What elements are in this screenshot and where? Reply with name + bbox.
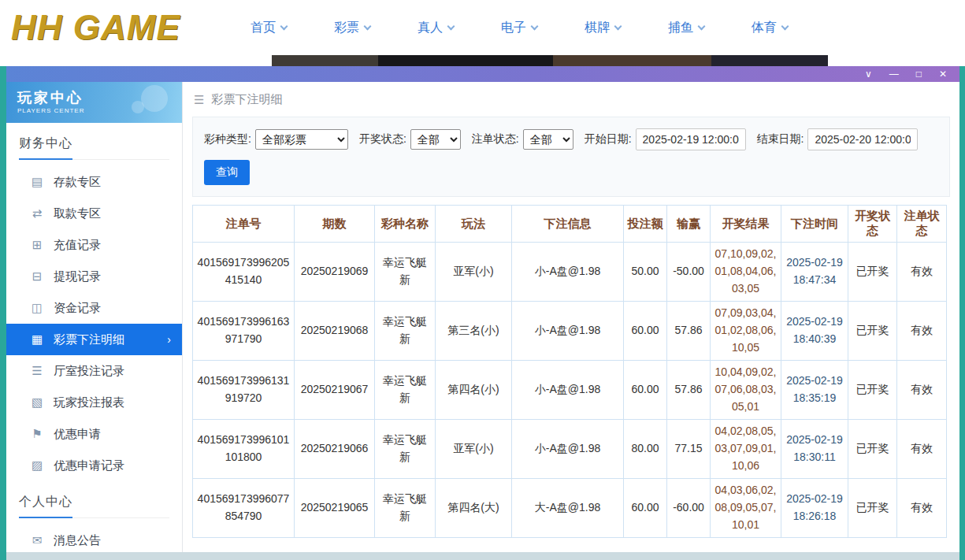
banner-fragment xyxy=(272,55,378,66)
sidebar-item-deposit[interactable]: ▤存款专区 xyxy=(6,166,182,198)
chevron-down-icon xyxy=(781,22,789,30)
chevron-right-icon: › xyxy=(167,333,171,346)
window-minimize-icon[interactable]: — xyxy=(889,69,899,79)
nav-item-fishing[interactable]: 捕鱼 xyxy=(668,20,704,36)
page-title: 彩票下注明细 xyxy=(211,92,282,107)
chevron-down-icon xyxy=(614,22,622,30)
draw-status-select[interactable]: 全部 xyxy=(410,129,461,150)
cell-period: 20250219067 xyxy=(295,361,375,420)
cell-order-id: 401569173996163971790 xyxy=(193,302,295,361)
search-button[interactable]: 查询 xyxy=(204,160,250,185)
header-draw-status: 开奖状态 xyxy=(848,206,897,243)
sidebar-item-label: 优惠申请 xyxy=(54,427,101,442)
sidebar-item-label: 玩家投注报表 xyxy=(54,395,124,410)
cell-draw-result: 04,02,08,05,03,07,09,01,10,06 xyxy=(711,420,781,479)
bet-detail-table: 注单号 期数 彩种名称 玩法 下注信息 投注额 输赢 开奖结果 下注时间 开奖状… xyxy=(192,205,947,538)
site-logo[interactable]: HH GAME xyxy=(0,8,251,47)
cell-bet-time: 2025-02-19 18:30:11 xyxy=(781,420,848,479)
cell-bet-amount: 80.00 xyxy=(624,420,667,479)
cell-order-status: 有效 xyxy=(897,479,947,538)
end-date-input[interactable] xyxy=(807,128,918,150)
cell-bet-info: 小-A盘@1.98 xyxy=(512,243,624,302)
cell-play-type: 第四名(小) xyxy=(436,361,512,420)
cell-play-type: 第四名(大) xyxy=(436,479,512,538)
sidebar-item-promo-apply-record[interactable]: ▨优惠申请记录 xyxy=(6,450,182,481)
player-bet-report-icon: ▧ xyxy=(30,395,44,410)
banner-fragment xyxy=(378,55,553,66)
cell-bet-amount: 60.00 xyxy=(624,361,667,420)
start-date-input[interactable] xyxy=(636,128,746,150)
cell-lottery-name: 幸运飞艇新 xyxy=(375,302,436,361)
section-finance-center: 财务中心 xyxy=(19,135,169,160)
header-draw-result: 开奖结果 xyxy=(711,206,781,243)
chevron-down-icon xyxy=(531,22,539,30)
menu-toggle-icon[interactable]: ☰ xyxy=(194,93,204,107)
sidebar-item-hall-bet-record[interactable]: ☰厅室投注记录 xyxy=(6,355,182,387)
cell-period: 20250219066 xyxy=(295,420,375,479)
header-bet-info: 下注信息 xyxy=(512,206,624,243)
cell-bet-amount: 50.00 xyxy=(624,243,667,302)
lottery-bet-detail-icon: ▦ xyxy=(30,332,44,347)
nav-item-slots[interactable]: 电子 xyxy=(501,20,537,36)
cell-draw-status: 已开奖 xyxy=(848,302,897,361)
cell-order-id: 401569173996205415140 xyxy=(193,243,295,302)
cell-lottery-name: 幸运飞艇新 xyxy=(375,479,436,538)
recharge-record-icon: ⊞ xyxy=(30,238,44,252)
nav-item-cards[interactable]: 棋牌 xyxy=(585,20,621,36)
chevron-down-icon xyxy=(698,22,706,30)
banner-fragment xyxy=(553,55,711,66)
window-collapse-icon[interactable]: ∨ xyxy=(865,69,872,79)
sidebar-item-notice[interactable]: ✉消息公告 xyxy=(6,525,182,556)
table-row: 401569173996077854790 20250219065 幸运飞艇新 … xyxy=(193,479,947,538)
cell-bet-info: 小-A盘@1.98 xyxy=(512,302,624,361)
cell-win-loss: 77.15 xyxy=(667,420,711,479)
sidebar-item-withdrawal-record[interactable]: ⊟提现记录 xyxy=(6,261,182,292)
sidebar-item-promo-apply[interactable]: ⚑优惠申请 xyxy=(6,418,182,450)
filter-panel: 彩种类型: 全部彩票 开奖状态: 全部 注单状态: xyxy=(192,117,950,197)
sidebar-item-label: 优惠申请记录 xyxy=(54,458,124,473)
sidebar-item-label: 资金记录 xyxy=(54,301,101,316)
sidebar-item-player-bet-report[interactable]: ▧玩家投注报表 xyxy=(6,387,182,418)
sidebar-item-label: 彩票下注明细 xyxy=(54,332,124,347)
cell-win-loss: -50.00 xyxy=(667,243,711,302)
cell-draw-status: 已开奖 xyxy=(848,243,897,302)
nav-label: 体育 xyxy=(752,20,777,36)
personal-menu: ✉消息公告 xyxy=(6,518,182,556)
window-maximize-icon[interactable]: □ xyxy=(916,69,922,79)
sidebar-item-withdraw[interactable]: ⇄取款专区 xyxy=(6,198,182,229)
sidebar: 玩家中心 PLAYERS CENTER 财务中心 ▤存款专区 ⇄取款专区 ⊞充值… xyxy=(6,82,183,560)
cell-draw-status: 已开奖 xyxy=(848,361,897,420)
hall-bet-record-icon: ☰ xyxy=(30,364,44,378)
gamepad-icon xyxy=(132,101,144,113)
site-topnav: HH GAME 首页 彩票 真人 电子 棋牌 捕鱼 体育 xyxy=(0,0,965,55)
sidebar-item-label: 提现记录 xyxy=(54,269,101,284)
nav-item-sports[interactable]: 体育 xyxy=(752,20,788,36)
lottery-type-select[interactable]: 全部彩票 xyxy=(255,129,348,150)
draw-status-label: 开奖状态: xyxy=(359,132,406,146)
funds-record-icon: ◫ xyxy=(30,301,44,315)
withdraw-icon: ⇄ xyxy=(30,206,44,221)
cell-draw-status: 已开奖 xyxy=(848,420,897,479)
sidebar-item-funds-record[interactable]: ◫资金记录 xyxy=(6,292,182,324)
cell-play-type: 第三名(小) xyxy=(436,302,512,361)
window-titlebar: ∨ — □ ✕ xyxy=(6,66,959,82)
window-close-icon[interactable]: ✕ xyxy=(939,69,947,79)
cell-draw-result: 07,10,09,02,01,08,04,06,03,05 xyxy=(711,243,781,302)
cell-draw-result: 04,03,06,02,08,09,05,07,10,01 xyxy=(711,479,781,538)
nav-item-live[interactable]: 真人 xyxy=(418,20,454,36)
nav-item-lottery[interactable]: 彩票 xyxy=(334,20,370,36)
cell-bet-info: 小-A盘@1.98 xyxy=(512,361,624,420)
lottery-type-label: 彩种类型: xyxy=(204,132,251,146)
sidebar-item-recharge-record[interactable]: ⊞充值记录 xyxy=(6,229,182,261)
player-center-window: ∨ — □ ✕ 玩家中心 PLAYERS CENTER 财务中心 ▤存款专区 ⇄… xyxy=(0,66,965,560)
cell-period: 20250219065 xyxy=(295,479,375,538)
cell-order-id: 401569173996077854790 xyxy=(193,479,295,538)
cell-period: 20250219069 xyxy=(295,243,375,302)
nav-label: 电子 xyxy=(501,20,526,36)
order-status-select[interactable]: 全部 xyxy=(523,129,573,150)
nav-item-home[interactable]: 首页 xyxy=(251,20,287,36)
cell-bet-time: 2025-02-19 18:47:34 xyxy=(781,243,848,302)
sidebar-item-lottery-bet-detail[interactable]: ▦彩票下注明细› xyxy=(6,324,182,355)
cell-bet-time: 2025-02-19 18:26:18 xyxy=(781,479,848,538)
header-lottery-name: 彩种名称 xyxy=(375,206,436,243)
